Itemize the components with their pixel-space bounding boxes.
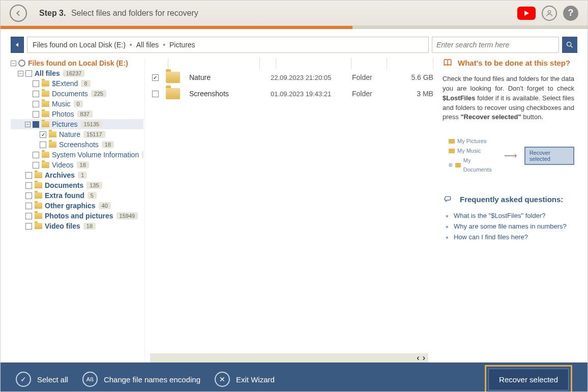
recover-highlight: Recover selected bbox=[485, 365, 572, 393]
tree-photos[interactable]: Photos837 bbox=[11, 109, 143, 119]
tree-extra[interactable]: Extra found5 bbox=[11, 190, 143, 201]
faq-item[interactable]: What is the "$LostFiles" folder? bbox=[443, 210, 574, 221]
breadcrumb-root[interactable]: Files found on Local Disk (E:) bbox=[33, 41, 126, 49]
svg-point-0 bbox=[548, 10, 550, 13]
tree-documents2[interactable]: Documents135 bbox=[11, 180, 143, 190]
step-number: Step 3. bbox=[39, 9, 66, 17]
tree-all-files[interactable]: −All files16237 bbox=[11, 68, 143, 78]
faq-list: What is the "$LostFiles" folder? Why are… bbox=[443, 210, 574, 242]
file-row-nature[interactable]: Nature 22.09.2023 21:20:05 Folder 5.6 GB bbox=[145, 69, 433, 86]
tree-music[interactable]: Music0 bbox=[11, 99, 143, 109]
back-button[interactable] bbox=[10, 5, 27, 22]
tree-root[interactable]: −Files found on Local Disk (E:) bbox=[11, 58, 143, 68]
file-row-screenshots[interactable]: Screenshots 01.09.2023 19:43:21 Folder 3… bbox=[145, 86, 433, 102]
tree-screenshots[interactable]: Screenshots18 bbox=[11, 139, 143, 150]
recover-selected-button[interactable]: Recover selected bbox=[488, 369, 569, 390]
help-button[interactable]: ? bbox=[563, 6, 578, 21]
tree-photospics[interactable]: Photos and pictures15949 bbox=[11, 211, 143, 221]
folder-icon bbox=[166, 72, 180, 83]
wizard-header: Step 3. Select files and folders for rec… bbox=[1, 1, 587, 26]
scroll-left-icon[interactable]: ‹ bbox=[417, 353, 419, 362]
svg-line-2 bbox=[571, 46, 572, 47]
file-list-header[interactable] bbox=[145, 58, 433, 69]
help-sidebar: What's to be done at this step? Check th… bbox=[433, 58, 577, 362]
progress-bar bbox=[1, 26, 587, 29]
tree-videofiles[interactable]: Video files18 bbox=[11, 221, 143, 231]
youtube-icon[interactable] bbox=[517, 7, 536, 20]
tree-videos[interactable]: Videos18 bbox=[11, 160, 143, 170]
search-button[interactable] bbox=[562, 37, 577, 53]
file-checkbox[interactable] bbox=[152, 91, 159, 97]
breadcrumb-back-button[interactable] bbox=[11, 37, 24, 53]
select-all-icon: ✓ bbox=[16, 372, 31, 387]
search-input[interactable] bbox=[432, 37, 559, 53]
account-icon[interactable] bbox=[542, 6, 557, 21]
encoding-icon: Aß bbox=[82, 372, 98, 387]
search-icon bbox=[566, 41, 574, 49]
file-list: Nature 22.09.2023 21:20:05 Folder 5.6 GB… bbox=[144, 58, 433, 362]
step-description: Select files and folders for recovery bbox=[71, 9, 198, 17]
faq-icon bbox=[443, 195, 454, 204]
disk-icon bbox=[18, 60, 25, 67]
folder-tree[interactable]: −Files found on Local Disk (E:) −All fil… bbox=[11, 58, 143, 362]
tree-nature[interactable]: Nature15117 bbox=[11, 129, 143, 139]
faq-title: Frequently asked questions: bbox=[443, 195, 574, 204]
svg-point-1 bbox=[567, 42, 571, 46]
horizontal-scrollbar[interactable]: ‹ › bbox=[150, 353, 428, 362]
scroll-right-icon[interactable]: › bbox=[423, 353, 425, 362]
user-icon bbox=[545, 9, 553, 17]
step-title: Step 3. Select files and folders for rec… bbox=[39, 9, 198, 18]
triangle-left-icon bbox=[15, 42, 20, 47]
breadcrumb-allfiles[interactable]: All files bbox=[136, 41, 159, 49]
tree-pictures[interactable]: −Pictures15135 bbox=[11, 119, 143, 129]
exit-wizard-button[interactable]: ✕ Exit Wizard bbox=[215, 372, 275, 387]
sidebar-text: Check the found files and folders for th… bbox=[443, 74, 574, 122]
arrow-right-icon: ⟶ bbox=[504, 150, 517, 161]
book-icon bbox=[443, 58, 453, 67]
faq-item[interactable]: How can I find files here? bbox=[443, 232, 574, 242]
folder-icon bbox=[166, 88, 180, 99]
tree-svi[interactable]: System Volume Information2 bbox=[11, 150, 143, 160]
mini-recover-button: Recover selected bbox=[524, 147, 574, 165]
tree-extend[interactable]: $Extend8 bbox=[11, 78, 143, 89]
sidebar-title: What's to be done at this step? bbox=[443, 58, 574, 67]
file-checkbox[interactable] bbox=[152, 74, 159, 81]
arrow-left-icon bbox=[14, 9, 22, 17]
toolbar: Files found on Local Disk (E:) • All fil… bbox=[11, 37, 577, 53]
tree-othergfx[interactable]: Other graphics40 bbox=[11, 201, 143, 211]
footer: ✓ Select all Aß Change file names encodi… bbox=[1, 362, 587, 392]
breadcrumb-pictures[interactable]: Pictures bbox=[169, 41, 195, 49]
folder-icon bbox=[42, 80, 49, 87]
encoding-button[interactable]: Aß Change file names encoding bbox=[82, 372, 200, 387]
tree-documents[interactable]: Documents225 bbox=[11, 89, 143, 99]
tree-archives[interactable]: Archives1 bbox=[11, 170, 143, 180]
faq-item[interactable]: Why are some file names in numbers? bbox=[443, 221, 574, 232]
breadcrumb[interactable]: Files found on Local Disk (E:) • All fil… bbox=[27, 37, 429, 53]
close-icon: ✕ bbox=[215, 372, 230, 387]
sidebar-illustration: My Pictures My Music ⊞My Documents ⟶ Rec… bbox=[443, 131, 574, 195]
select-all-button[interactable]: ✓ Select all bbox=[16, 372, 68, 387]
